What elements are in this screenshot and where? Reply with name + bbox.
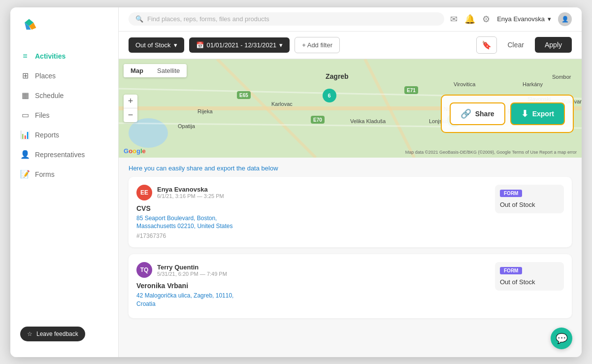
schedule-icon: ▦ bbox=[20, 91, 30, 100]
place-name: CVS bbox=[136, 204, 487, 212]
svg-text:Sombor: Sombor bbox=[552, 74, 571, 80]
zoom-in-button[interactable]: + bbox=[124, 95, 137, 108]
map-tabs: Map Satellite bbox=[124, 64, 187, 77]
chat-icon: 💬 bbox=[556, 332, 568, 344]
zoom-in-label: + bbox=[128, 96, 133, 106]
clear-button[interactable]: Clear bbox=[502, 37, 530, 53]
activity-card: TQ Terry Quentin 5/31/21, 6:20 PM — 7:49… bbox=[129, 254, 572, 318]
sidebar-item-label: Schedule bbox=[35, 92, 64, 99]
search-placeholder: Find places, reps, forms, files and prod… bbox=[147, 15, 269, 23]
share-button[interactable]: 🔗 Share bbox=[450, 102, 505, 125]
form-card: FORM Out of Stock bbox=[495, 262, 564, 291]
date-range-button[interactable]: 📅 01/01/2021 - 12/31/2021 ▾ bbox=[189, 37, 290, 53]
form-title: Out of Stock bbox=[500, 201, 559, 208]
sidebar-item-reports[interactable]: 📊 Reports bbox=[10, 125, 118, 145]
card-left: TQ Terry Quentin 5/31/21, 6:20 PM — 7:49… bbox=[136, 262, 487, 310]
sidebar-nav: ≡ Activities ⊞ Places ▦ Schedule ▭ Files… bbox=[10, 46, 118, 319]
place-id: #17367376 bbox=[136, 232, 487, 239]
representatives-icon: 👤 bbox=[20, 150, 30, 160]
data-section: Here you can easily share and export the… bbox=[119, 158, 582, 318]
zoom-out-button[interactable]: − bbox=[124, 108, 137, 122]
search-icon: 🔍 bbox=[135, 15, 143, 23]
apply-button[interactable]: Apply bbox=[535, 37, 572, 53]
rep-avatar: EE bbox=[136, 185, 152, 200]
dropdown-icon: ▾ bbox=[174, 41, 177, 49]
form-title: Out of Stock bbox=[500, 278, 559, 286]
activity-card: EE Enya Evanovska 6/1/21, 3:16 PM — 3:25… bbox=[129, 177, 572, 248]
sidebar-item-label: Forms bbox=[35, 170, 55, 178]
tab-satellite[interactable]: Satellite bbox=[150, 64, 187, 77]
card-right: FORM Out of Stock bbox=[495, 185, 564, 240]
date-label: 01/01/2021 - 12/31/2021 bbox=[207, 41, 277, 49]
sidebar-item-label: Reports bbox=[35, 131, 59, 139]
sidebar-item-label: Places bbox=[35, 72, 56, 80]
link-icon: 🔗 bbox=[460, 108, 471, 119]
filter-label: Out of Stock bbox=[135, 41, 171, 49]
bookmark-icon: 🔖 bbox=[482, 41, 492, 49]
sidebar-item-files[interactable]: ▭ Files bbox=[10, 105, 118, 125]
place-address: 42 Malogorička ulica, Zagreb, 10110,Croa… bbox=[136, 292, 487, 308]
bell-icon[interactable]: 🔔 bbox=[464, 14, 475, 25]
rep-time: 5/31/21, 6:20 PM — 7:49 PM bbox=[157, 271, 227, 277]
leave-feedback-button[interactable]: ☆ Leave feedback bbox=[20, 327, 85, 341]
sidebar-footer: ☆ Leave feedback bbox=[10, 319, 118, 349]
svg-text:E65: E65 bbox=[239, 93, 248, 98]
share-label: Share bbox=[475, 110, 494, 118]
user-avatar: 👤 bbox=[558, 12, 572, 26]
tab-map[interactable]: Map bbox=[124, 64, 150, 77]
rep-info: TQ Terry Quentin 5/31/21, 6:20 PM — 7:49… bbox=[136, 262, 487, 278]
satellite-tab-label: Satellite bbox=[157, 67, 180, 74]
svg-text:Harkány: Harkány bbox=[523, 81, 543, 87]
user-menu[interactable]: Enya Evanovska ▾ bbox=[497, 15, 551, 23]
feedback-label: Leave feedback bbox=[36, 331, 78, 337]
svg-text:E70: E70 bbox=[313, 117, 322, 123]
rep-name: Enya Evanovska bbox=[157, 186, 224, 193]
sidebar-item-representatives[interactable]: 👤 Representatives bbox=[10, 145, 118, 165]
svg-text:Virovitica: Virovitica bbox=[454, 81, 476, 87]
map-attribution: Map data ©2021 GeoBasis-DE/BKG (©2009), … bbox=[405, 150, 577, 155]
sidebar-item-label: Representatives bbox=[35, 151, 85, 159]
dropdown-icon: ▾ bbox=[279, 41, 283, 49]
places-icon: ⊞ bbox=[20, 71, 30, 81]
main-content: 🔍 Find places, reps, forms, files and pr… bbox=[119, 7, 582, 357]
chat-bubble-button[interactable]: 💬 bbox=[551, 328, 572, 349]
mail-icon[interactable]: ✉ bbox=[450, 14, 458, 25]
sidebar-item-activities[interactable]: ≡ Activities bbox=[10, 46, 118, 66]
add-filter-label: + Add filter bbox=[302, 41, 332, 49]
sidebar-item-label: Files bbox=[35, 111, 50, 119]
svg-text:Zagreb: Zagreb bbox=[326, 72, 349, 80]
card-right: FORM Out of Stock bbox=[495, 262, 564, 310]
star-icon: ☆ bbox=[27, 331, 33, 337]
svg-text:Velika Kladuša: Velika Kladuša bbox=[350, 118, 386, 124]
sidebar: ≡ Activities ⊞ Places ▦ Schedule ▭ Files… bbox=[10, 7, 119, 357]
settings-icon[interactable]: ⚙ bbox=[482, 14, 490, 25]
rep-time: 6/1/21, 3:16 PM — 3:25 PM bbox=[157, 193, 224, 199]
toolbar: Out of Stock ▾ 📅 01/01/2021 - 12/31/2021… bbox=[119, 32, 582, 59]
bookmark-button[interactable]: 🔖 bbox=[476, 36, 497, 54]
content-area: Zagreb Virovitica Harkány Sombor Karlova… bbox=[119, 59, 582, 357]
rep-avatar: TQ bbox=[136, 262, 152, 278]
svg-text:Opatija: Opatija bbox=[178, 123, 196, 129]
files-icon: ▭ bbox=[20, 110, 30, 120]
export-button[interactable]: ⬇ Export bbox=[510, 102, 565, 125]
share-export-panel: 🔗 Share ⬇ Export bbox=[441, 95, 574, 133]
svg-text:Karlovac: Karlovac bbox=[271, 101, 293, 107]
map-marker-6[interactable]: 6 bbox=[323, 89, 336, 102]
map-container: Zagreb Virovitica Harkány Sombor Karlova… bbox=[119, 59, 582, 158]
svg-text:E71: E71 bbox=[407, 88, 416, 93]
rep-info: EE Enya Evanovska 6/1/21, 3:16 PM — 3:25… bbox=[136, 185, 487, 200]
place-address: 85 Seaport Boulevard, Boston,Massachuset… bbox=[136, 214, 487, 231]
forms-icon: 📝 bbox=[20, 169, 30, 179]
rep-name: Terry Quentin bbox=[157, 264, 227, 271]
sidebar-item-places[interactable]: ⊞ Places bbox=[10, 66, 118, 86]
sidebar-item-forms[interactable]: 📝 Forms bbox=[10, 165, 118, 184]
apply-label: Apply bbox=[545, 41, 562, 49]
sidebar-item-schedule[interactable]: ▦ Schedule bbox=[10, 86, 118, 105]
download-icon: ⬇ bbox=[521, 108, 528, 119]
filter-out-of-stock-button[interactable]: Out of Stock ▾ bbox=[129, 37, 184, 53]
add-filter-button[interactable]: + Add filter bbox=[295, 37, 340, 53]
search-bar[interactable]: 🔍 Find places, reps, forms, files and pr… bbox=[129, 12, 444, 26]
export-label: Export bbox=[532, 110, 554, 118]
header: 🔍 Find places, reps, forms, files and pr… bbox=[119, 7, 582, 32]
header-actions: ✉ 🔔 ⚙ Enya Evanovska ▾ 👤 bbox=[450, 12, 572, 26]
